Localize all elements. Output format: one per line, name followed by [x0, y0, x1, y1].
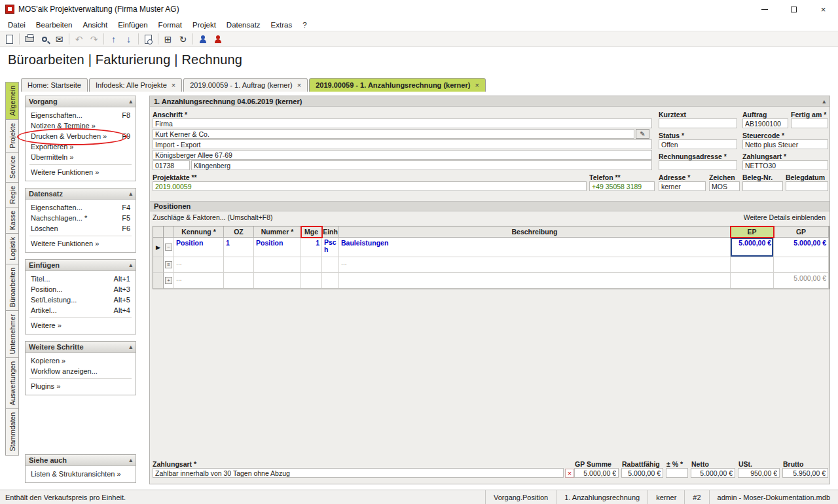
workspace-tab-projekte[interactable]: Projekte: [5, 119, 19, 153]
cell-mge[interactable]: [301, 273, 322, 289]
menu-hilfe[interactable]: ?: [297, 20, 312, 30]
panel-weitere-schritte-header[interactable]: Weitere Schritte ▴: [26, 342, 136, 353]
menu-ansicht[interactable]: Ansicht: [77, 20, 113, 30]
cell-kennung[interactable]: ...: [174, 273, 224, 289]
sidebar-item-artikel[interactable]: Artikel...Alt+4: [26, 305, 136, 315]
minimize-button[interactable]: [750, 0, 779, 18]
page-preview-icon[interactable]: [141, 32, 156, 46]
cell-gp[interactable]: [774, 257, 829, 273]
zahlungsart-field[interactable]: [742, 160, 828, 170]
workspace-tab-auswertungen[interactable]: Auswertungen: [5, 357, 19, 409]
workspace-tab-unternehmer[interactable]: Unternehmer: [5, 310, 19, 358]
telefon-field[interactable]: [589, 181, 655, 191]
menu-format[interactable]: Format: [153, 20, 187, 30]
panel-siehe-auch-header[interactable]: Siehe auch ▴: [26, 455, 136, 466]
fertig-am-field[interactable]: [791, 118, 828, 128]
sidebar-item-loeschen[interactable]: LöschenF6: [26, 223, 136, 234]
sidebar-item-titel[interactable]: Titel...Alt+1: [26, 274, 136, 284]
col-nummer[interactable]: Nummer *: [254, 226, 301, 238]
logout-user-icon[interactable]: [210, 32, 225, 46]
cell-mge[interactable]: 1: [301, 238, 322, 257]
row-expander[interactable]: −: [164, 238, 174, 257]
sidebar-item-eigenschaften-vorgang[interactable]: Eigenschaften...F8: [26, 110, 136, 120]
sidebar-item-eigenschaften-datensatz[interactable]: Eigenschaften...F4: [26, 202, 136, 213]
col-gp[interactable]: GP: [774, 226, 829, 238]
name-field[interactable]: [153, 129, 634, 139]
move-up-icon[interactable]: ↑: [106, 32, 121, 46]
menu-projekt[interactable]: Projekt: [187, 20, 221, 30]
cell-ep[interactable]: [731, 257, 774, 273]
row-selector[interactable]: [153, 257, 164, 273]
sidebar-item-notizen-termine[interactable]: Notizen & Termine »: [26, 120, 136, 131]
collapse-icon[interactable]: ▴: [822, 98, 826, 105]
cell-oz[interactable]: [224, 273, 254, 289]
tab-infodesk-alle-projekte[interactable]: Infodesk: Alle Projekte ×: [89, 78, 182, 92]
move-down-icon[interactable]: ↓: [121, 32, 136, 46]
sidebar-item-weitere-funktionen-vorgang[interactable]: Weitere Funktionen »: [26, 167, 136, 177]
row-expander[interactable]: ≡: [164, 257, 174, 273]
table-view-icon[interactable]: ⊞: [160, 32, 175, 46]
print-preview-icon[interactable]: [37, 32, 52, 46]
sidebar-item-nachschlagen[interactable]: Nachschlagen... *F5: [26, 213, 136, 223]
sidebar-item-weitere-funktionen-datensatz[interactable]: Weitere Funktionen »: [26, 238, 136, 249]
workspace-tab-logistik[interactable]: Logistik: [5, 233, 19, 264]
email-icon[interactable]: ✉: [52, 32, 67, 46]
sidebar-item-workflow-anzeigen[interactable]: Workflow anzeigen...: [26, 366, 136, 376]
panel-datensatz-header[interactable]: Datensatz ▴: [26, 189, 136, 200]
zeichen-field[interactable]: [709, 181, 740, 191]
zuschlaege-faktoren-link[interactable]: Zuschläge & Faktoren... (Umschalt+F8): [153, 213, 273, 221]
cell-einh[interactable]: Psch: [322, 238, 339, 257]
cell-ep-selected[interactable]: 5.000,00 €: [731, 238, 774, 257]
strasse-field[interactable]: [153, 150, 652, 160]
steuercode-field[interactable]: [742, 139, 828, 149]
print-icon[interactable]: [22, 32, 37, 46]
sidebar-item-uebermitteln[interactable]: Übermitteln »: [26, 152, 136, 162]
panel-vorgang-header[interactable]: Vorgang ▴: [26, 96, 136, 107]
clear-zahlungsart-icon[interactable]: ×: [565, 469, 574, 478]
beleg-nr-field[interactable]: [742, 181, 783, 191]
menu-datei[interactable]: Datei: [3, 20, 31, 30]
tab-anzahlungsrechnung[interactable]: 2019.00059 - 1. Anzahlungsrechnung (kern…: [309, 78, 486, 92]
sidebar-item-exportieren[interactable]: Exportieren »: [26, 141, 136, 152]
tab-close-icon[interactable]: ×: [172, 81, 175, 89]
col-oz[interactable]: OZ: [224, 226, 254, 238]
ort-field[interactable]: [191, 160, 652, 170]
cell-nummer[interactable]: [254, 273, 301, 289]
sidebar-item-set-leistung[interactable]: Set/Leistung...Alt+5: [26, 295, 136, 305]
tab-home-startseite[interactable]: Home: Startseite: [21, 78, 88, 92]
workspace-tab-regie[interactable]: Regie: [5, 182, 19, 207]
cell-beschreibung[interactable]: [339, 273, 731, 289]
workspace-tab-allgemein[interactable]: Allgemein: [5, 82, 19, 120]
row-expander[interactable]: +: [164, 273, 174, 289]
cell-nummer[interactable]: [254, 257, 301, 273]
zahlungsart-text-field[interactable]: [153, 468, 564, 478]
cell-einh[interactable]: [322, 257, 339, 273]
rechnungsadresse-field[interactable]: [659, 160, 737, 170]
menu-extras[interactable]: Extras: [266, 20, 298, 30]
col-mge[interactable]: Mge: [301, 226, 322, 238]
cell-ep[interactable]: [731, 273, 774, 289]
plz-field[interactable]: [153, 160, 190, 170]
plusminus-prozent-field[interactable]: [666, 468, 688, 478]
col-ep[interactable]: EP: [731, 226, 774, 238]
status-field[interactable]: [659, 139, 737, 149]
new-document-icon[interactable]: [2, 32, 17, 46]
undo-icon[interactable]: ↶: [71, 32, 86, 46]
row-selector[interactable]: [153, 273, 164, 289]
close-button[interactable]: ×: [809, 0, 838, 18]
cell-kennung[interactable]: ...: [174, 257, 224, 273]
workspace-tab-kasse[interactable]: Kasse: [5, 207, 19, 234]
row-selector[interactable]: ▶: [153, 238, 164, 257]
cell-einh[interactable]: [322, 273, 339, 289]
tab-auftrag[interactable]: 2019.00059 - 1. Auftrag (kerner) ×: [183, 78, 308, 92]
col-beschreibung[interactable]: Beschreibung: [339, 226, 731, 238]
sidebar-item-position[interactable]: Position...Alt+3: [26, 284, 136, 295]
cell-oz[interactable]: [224, 257, 254, 273]
workspace-tab-service[interactable]: Service: [5, 152, 19, 183]
kurztext-field[interactable]: [659, 118, 737, 128]
cell-gp[interactable]: 5.000,00 €: [774, 238, 829, 257]
collapse-row-icon[interactable]: −: [165, 243, 172, 251]
zusatz-field[interactable]: [153, 139, 652, 149]
edit-address-icon[interactable]: ✎: [636, 129, 649, 139]
login-user-icon[interactable]: [195, 32, 210, 46]
